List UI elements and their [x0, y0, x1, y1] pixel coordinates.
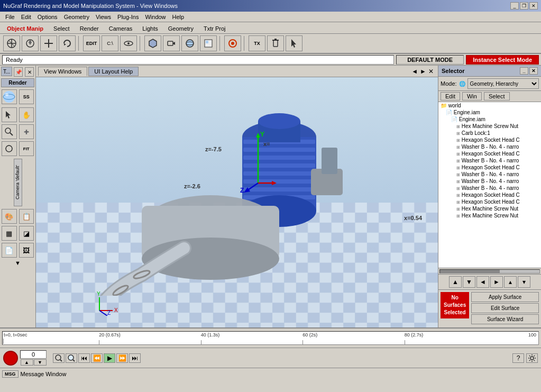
tab-cameras[interactable]: Cameras: [104, 24, 137, 33]
tab-txtr-proj[interactable]: Txtr Proj: [199, 24, 231, 33]
tree-item-8[interactable]: ⊞ Washer B - No. 4 - narro: [438, 178, 541, 185]
nav-up2[interactable]: ▴: [504, 276, 517, 288]
doc-btn[interactable]: 📄: [2, 243, 17, 258]
toolbar-btn-2[interactable]: [40, 35, 57, 51]
toolbar-btn-cam[interactable]: [163, 35, 180, 51]
tree-item-4[interactable]: ⊞ Hexagon Socket Head C: [438, 150, 541, 157]
grid-btn[interactable]: ▦: [2, 226, 17, 241]
pan-btn[interactable]: ✋: [19, 107, 34, 122]
selector-close[interactable]: ✕: [529, 67, 538, 75]
toolbar-btn-1[interactable]: [22, 35, 39, 51]
minimize-button[interactable]: _: [510, 2, 519, 10]
tab-object-manip[interactable]: Object Manip: [2, 24, 48, 33]
surface-wizard-btn[interactable]: Surface Wizard: [471, 314, 539, 324]
tab-select[interactable]: Select: [49, 24, 75, 33]
menu-edit[interactable]: Edit: [18, 13, 34, 21]
window-controls[interactable]: _ ❐ ✕: [510, 2, 538, 10]
tab-lights[interactable]: Lights: [137, 24, 162, 33]
timeline-track[interactable]: t=0, t=0sec 20 (0.67s) 40 (1.3s) 60 (2s)…: [2, 331, 539, 345]
tree-item-6[interactable]: ⊞ Hexagon Socket Head C: [438, 164, 541, 171]
menu-file[interactable]: File: [2, 13, 18, 21]
toolbar-btn-0[interactable]: [3, 35, 20, 51]
tree-item-11[interactable]: ⊞ Hexagon Socket Head C: [438, 198, 541, 205]
tree-item-3[interactable]: ⊞ Washer B - No. 4 - narro: [438, 143, 541, 150]
btn-start[interactable]: ⏮: [78, 353, 90, 363]
toolbar-btn-render2[interactable]: [200, 35, 217, 51]
render-sphere-btn[interactable]: [2, 89, 17, 104]
tree-engine-1[interactable]: 📄 Engine.iam: [438, 109, 541, 116]
viewport-3d[interactable]: Y Z z=-7.5 z=-2.6 x= x=0.54 Y: [36, 77, 438, 327]
menu-views[interactable]: Views: [93, 13, 114, 21]
nav-down[interactable]: ▼: [463, 276, 475, 288]
tab-geometry[interactable]: Geometry: [163, 24, 198, 33]
maximize-button[interactable]: ❐: [520, 2, 528, 10]
toolbar-btn-text[interactable]: TX: [249, 35, 265, 51]
win-btn-sel[interactable]: Win: [462, 92, 482, 101]
nav-up[interactable]: ▲: [449, 276, 462, 288]
message-window-label[interactable]: Message Window: [21, 371, 67, 377]
viewport-next[interactable]: ►: [420, 68, 426, 75]
select-arrow-btn[interactable]: [2, 107, 17, 122]
tree-item-9[interactable]: ⊞ Washer B - No. 4 - narro: [438, 185, 541, 192]
toolbar-btn-circle[interactable]: [224, 35, 241, 51]
tree-view[interactable]: 📁 world 📄 Engine.iam 📄 Engine.iam ⊞ Hex …: [438, 102, 541, 268]
material-btn[interactable]: 🎨: [2, 209, 17, 224]
render-label[interactable]: Render: [1, 78, 34, 87]
menu-options[interactable]: Options: [34, 13, 61, 21]
nav-left[interactable]: ◄: [476, 276, 489, 288]
tree-item-12[interactable]: ⊞ Hex Machine Screw Nut: [438, 205, 541, 212]
tree-item-5[interactable]: ⊞ Washer B - No. 4 - narro: [438, 157, 541, 164]
edit-surface-btn[interactable]: Edit Surface: [471, 303, 539, 313]
time-up[interactable]: ▲: [21, 359, 33, 366]
nav-right[interactable]: ►: [490, 276, 503, 288]
selector-minimize[interactable]: _: [520, 67, 528, 75]
tab-view-windows[interactable]: View Windows: [38, 67, 87, 76]
orbit-btn[interactable]: [2, 141, 17, 156]
toolbar-btn-cursor[interactable]: [286, 35, 302, 51]
toolbar-btn-sphere[interactable]: [181, 35, 198, 51]
tab-ui-layout[interactable]: UI Layout Help: [88, 67, 139, 76]
viewport-close[interactable]: ✕: [428, 68, 434, 75]
render-ss-btn[interactable]: SS: [19, 89, 34, 104]
btn-prev[interactable]: ⏪: [91, 353, 103, 363]
tree-engine-2[interactable]: 📄 Engine.iam: [438, 116, 541, 123]
toolbar-btn-view[interactable]: [120, 35, 137, 51]
select-btn[interactable]: Select: [484, 92, 510, 101]
tab-render[interactable]: Render: [75, 24, 104, 33]
close-button[interactable]: ✕: [529, 2, 538, 10]
tree-item-1[interactable]: ⊞ Carb Lock:1: [438, 130, 541, 136]
sidebar-pin[interactable]: 📌: [14, 67, 23, 77]
menu-geometry[interactable]: Geometry: [61, 13, 93, 21]
toolbar-btn-hex[interactable]: [144, 35, 161, 51]
time-down[interactable]: ▼: [34, 359, 47, 366]
menu-plugins[interactable]: Plug-Ins: [114, 13, 142, 21]
tree-item-0[interactable]: ⊞ Hex Machine Screw Nut: [438, 123, 541, 130]
msg-button[interactable]: MSG: [2, 370, 19, 378]
btn-play[interactable]: ▶: [104, 353, 115, 363]
texture-btn[interactable]: 📋: [19, 209, 34, 224]
time-value[interactable]: 0: [20, 350, 47, 359]
btn-help[interactable]: ?: [512, 353, 524, 363]
tree-world[interactable]: 📁 world: [438, 102, 541, 109]
wireframe-btn[interactable]: ◪: [19, 226, 34, 241]
sidebar-scroll-down[interactable]: ▼: [1, 260, 34, 266]
viewport-prev[interactable]: ◄: [411, 68, 418, 75]
tree-item-10[interactable]: ⊞ Hexagon Socket Head C: [438, 192, 541, 198]
toolbar-btn-3[interactable]: [59, 35, 76, 51]
image-btn[interactable]: 🖼: [19, 243, 34, 258]
zoom-extent-btn[interactable]: ➕: [19, 124, 34, 139]
fit-btn[interactable]: FIT: [19, 141, 34, 156]
toolbar-btn-edit[interactable]: EDIT: [83, 35, 100, 51]
tree-scroll-bar[interactable]: [438, 268, 541, 274]
btn-end[interactable]: ⏭: [129, 353, 141, 363]
tree-item-13[interactable]: ⊞ Hex Machine Screw Nut: [438, 212, 541, 219]
btn-search2[interactable]: [66, 353, 77, 363]
toolbar-btn-delete[interactable]: [267, 35, 284, 51]
mode-select[interactable]: Geometry, Hierarchy Geometry Lights Came…: [467, 78, 539, 89]
sidebar-tab-t[interactable]: T...: [1, 67, 12, 76]
menu-help[interactable]: Help: [169, 13, 188, 21]
edit-btn[interactable]: Edit: [441, 92, 460, 101]
btn-next[interactable]: ⏩: [116, 353, 128, 363]
apply-surface-btn[interactable]: Apply Surface: [471, 292, 539, 302]
tree-item-7[interactable]: ⊞ Washer B - No. 4 - narro: [438, 171, 541, 178]
